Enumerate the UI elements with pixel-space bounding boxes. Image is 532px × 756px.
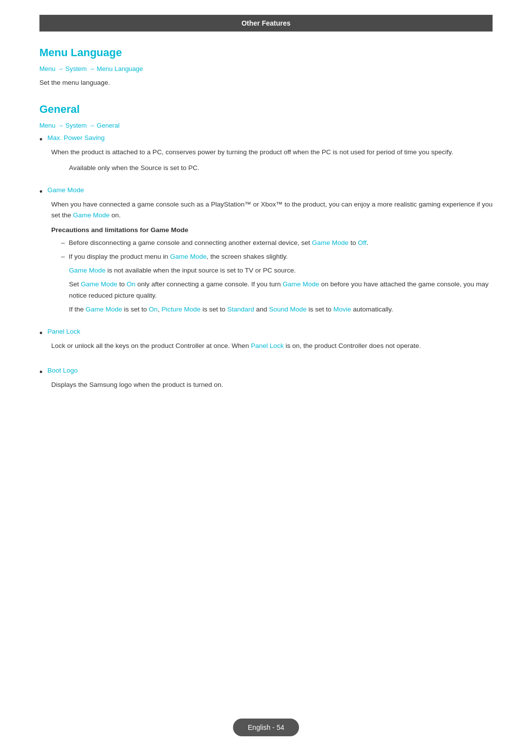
dash-item-1-text: Before disconnecting a game console and … <box>69 238 368 248</box>
bullet-boot-logo: • Boot Logo <box>39 367 493 377</box>
bullet-max-power-saving: • Max. Power Saving <box>39 134 493 144</box>
game-mode-link-note1[interactable]: Game Mode <box>69 267 105 274</box>
menu-language-description: Set the menu language. <box>39 77 493 88</box>
bullet-game-mode: • Game Mode <box>39 186 493 196</box>
general-breadcrumb: Menu → System → General <box>39 122 493 129</box>
game-mode-note-2: Set Game Mode to On only after connectin… <box>69 279 493 301</box>
game-mode-subheading: Precautions and limitations for Game Mod… <box>51 226 493 234</box>
boot-logo-description: Displays the Samsung logo when the produ… <box>51 379 493 390</box>
panel-lock-inline-link[interactable]: Panel Lock <box>251 342 284 349</box>
footer-badge: English - 54 <box>233 719 299 736</box>
max-power-saving-description: When the product is attached to a PC, co… <box>51 147 493 158</box>
game-mode-link-dash1[interactable]: Game Mode <box>312 239 348 246</box>
dash-symbol-1: – <box>61 238 65 248</box>
dash-symbol-2: – <box>61 251 65 262</box>
header-title: Other Features <box>241 19 291 27</box>
dash-item-2-text: If you display the product menu in Game … <box>69 251 288 262</box>
dash-item-2: – If you display the product menu in Gam… <box>61 251 493 262</box>
bullet-dot-4: • <box>39 368 42 377</box>
general-section: General Menu → System → General • Max. P… <box>39 103 493 390</box>
on-link-note2[interactable]: On <box>127 280 135 288</box>
game-mode-description: When you have connected a game console s… <box>51 199 493 221</box>
boot-logo-link[interactable]: Boot Logo <box>47 367 78 374</box>
on-link-note3[interactable]: On <box>149 306 158 313</box>
off-link-dash1[interactable]: Off <box>358 239 366 246</box>
bullet-dot: • <box>39 135 42 144</box>
bullet-panel-lock: • Panel Lock <box>39 328 493 338</box>
menu-language-title: Menu Language <box>39 46 493 59</box>
menu-language-breadcrumb: Menu → System → Menu Language <box>39 65 493 72</box>
game-mode-inline-link[interactable]: Game Mode <box>73 211 109 219</box>
game-mode-note-3: If the Game Mode is set to On, Picture M… <box>69 304 493 315</box>
menu-language-section: Menu Language Menu → System → Menu Langu… <box>39 46 493 88</box>
footer-label: English - 54 <box>248 723 284 731</box>
sound-mode-link[interactable]: Sound Mode <box>269 306 307 313</box>
game-mode-link-dash2[interactable]: Game Mode <box>170 253 206 260</box>
game-mode-link-note2a[interactable]: Game Mode <box>81 280 117 288</box>
panel-lock-description: Lock or unlock all the keys on the produ… <box>51 341 493 351</box>
dash-item-1: – Before disconnecting a game console an… <box>61 238 493 248</box>
movie-link[interactable]: Movie <box>333 306 351 313</box>
general-title: General <box>39 103 493 116</box>
game-mode-note-1: Game Mode is not available when the inpu… <box>69 265 493 276</box>
panel-lock-link[interactable]: Panel Lock <box>47 328 80 335</box>
max-power-saving-note: Available only when the Source is set to… <box>69 163 493 173</box>
max-power-saving-link[interactable]: Max. Power Saving <box>47 134 104 141</box>
game-mode-link-note2b[interactable]: Game Mode <box>283 280 319 288</box>
standard-link[interactable]: Standard <box>227 306 254 313</box>
game-mode-link-note3a[interactable]: Game Mode <box>86 306 122 313</box>
section-header-bar: Other Features <box>39 15 493 32</box>
bullet-dot-2: • <box>39 187 42 196</box>
picture-mode-link[interactable]: Picture Mode <box>162 306 201 313</box>
game-mode-link[interactable]: Game Mode <box>47 186 84 194</box>
bullet-dot-3: • <box>39 329 42 338</box>
page-container: Other Features Menu Language Menu → Syst… <box>0 0 532 756</box>
